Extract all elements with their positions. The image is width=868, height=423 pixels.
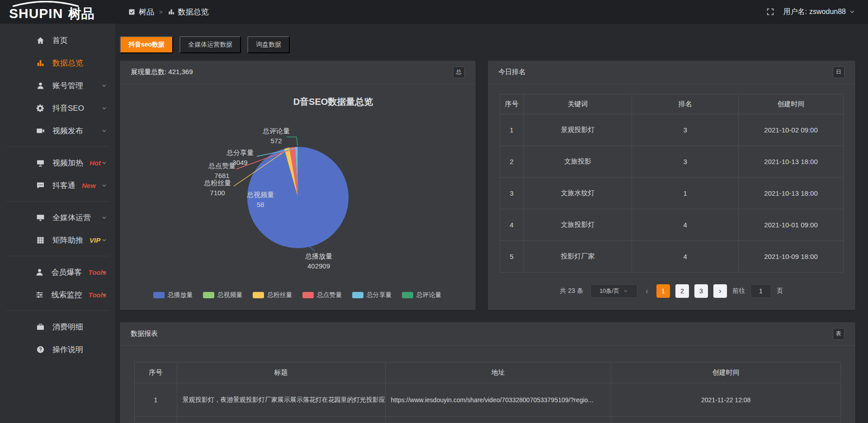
sliders-icon <box>35 291 44 299</box>
chart-title: D音SEO数据量总览 <box>293 97 373 107</box>
legend-item-总粉丝量[interactable]: 总粉丝量 <box>253 291 292 299</box>
legend-item-总评论量[interactable]: 总评论量 <box>402 291 442 299</box>
sidebar-item-consume-detail[interactable]: 消费明细 <box>0 315 115 338</box>
tab-0[interactable]: 抖音seo数据 <box>120 36 173 53</box>
sidebar-item-label: 会员爆客 <box>52 267 82 277</box>
pagination-total: 共 23 条 <box>560 287 583 295</box>
tab-2[interactable]: 询盘数据 <box>247 36 290 53</box>
home-icon <box>35 36 45 45</box>
breadcrumb-separator: > <box>159 9 163 15</box>
overview-total-badge[interactable]: 总 <box>453 66 465 78</box>
sidebar-item-media-operation[interactable]: 全媒体运营 <box>0 206 115 229</box>
pie-label: 总点赞量 <box>208 162 236 169</box>
legend-swatch <box>402 292 413 298</box>
pie-label-line <box>287 137 297 146</box>
sidebar-item-badge: New <box>82 182 96 189</box>
breadcrumb-item-root[interactable]: 树品 <box>128 7 154 17</box>
sidebar-menu: 首页数据总览账号管理抖音SEO视频发布视频加热Hot抖客通New全媒体运营矩阵助… <box>0 29 115 361</box>
goto-label: 前往 <box>732 287 745 295</box>
sidebar-item-video-publish[interactable]: 视频发布 <box>0 119 115 142</box>
page-button-3[interactable]: 3 <box>694 284 708 298</box>
sidebar-item-label: 抖客通 <box>52 180 75 191</box>
sidebar-item-label: 视频加热 <box>52 158 83 168</box>
legend-item-总播放量[interactable]: 总播放量 <box>153 291 193 299</box>
legend-swatch <box>352 292 363 298</box>
table-cell: 文旅投影 <box>524 146 632 178</box>
ranking-title: 今日排名 <box>499 68 526 76</box>
table-row-partial <box>135 417 841 423</box>
chevron-down-icon <box>101 237 107 243</box>
logo[interactable]: SHUPIN 树品 <box>9 0 113 23</box>
legend-swatch <box>153 292 165 298</box>
legend-swatch <box>302 292 314 298</box>
column-header: 排名 <box>632 94 739 114</box>
ranking-table: 序号关键词排名创建时间 1景观投影灯32021-10-02 09:002文旅投影… <box>500 94 844 273</box>
table-cell-title: 景观投影灯，夜游景观投影灯厂家展示展示落花灯在花园里的灯光投影应用效果 # <box>177 383 385 417</box>
table-cell-link[interactable]: https://www.iesdouyin.com/share/video/70… <box>385 383 611 417</box>
pie-label: 总播放量 <box>305 252 332 260</box>
app-icon <box>128 8 136 16</box>
table-cell: 3 <box>500 178 524 209</box>
table-cell: 3 <box>632 114 739 146</box>
sidebar-item-member-burst[interactable]: 会员爆客Tools <box>0 261 115 283</box>
sidebar-divider <box>6 256 109 256</box>
pie-label: 7681 <box>214 172 229 179</box>
table-cell: 1 <box>632 178 739 209</box>
table-cell: 4 <box>632 241 739 273</box>
legend-item-总点赞量[interactable]: 总点赞量 <box>302 291 342 299</box>
fullscreen-icon[interactable] <box>766 8 774 16</box>
legend-label: 总播放量 <box>168 291 193 299</box>
tab-1[interactable]: 全媒体运营数据 <box>179 36 241 53</box>
legend-item-总分享量[interactable]: 总分享量 <box>352 291 392 299</box>
sidebar-item-matrix-boost[interactable]: 矩阵助推VIP <box>0 229 115 251</box>
column-header: 标题 <box>177 362 385 383</box>
breadcrumb-label: 数据总览 <box>178 7 209 17</box>
sidebar-item-operation-guide[interactable]: ?操作说明 <box>0 338 115 361</box>
pie-label: 572 <box>270 137 282 145</box>
page-size-value: 10条/页 <box>599 287 619 295</box>
page-button-1[interactable]: 1 <box>656 284 670 298</box>
next-page-button[interactable]: › <box>713 284 727 298</box>
sidebar-item-douketong[interactable]: 抖客通New <box>0 174 115 197</box>
sidebar-item-account-manage[interactable]: 账号管理 <box>0 74 115 97</box>
sidebar-divider <box>6 201 109 202</box>
tv-icon <box>35 159 45 167</box>
legend-label: 总评论量 <box>416 291 442 299</box>
table-cell: 1 <box>500 114 524 146</box>
pie-label: 58 <box>257 201 264 208</box>
sidebar-item-douyin-seo[interactable]: 抖音SEO <box>0 97 115 119</box>
table-cell: 文旅投影灯 <box>524 209 632 241</box>
column-header: 序号 <box>500 94 524 114</box>
user-menu[interactable]: 用户名: zswodun88 <box>783 7 855 17</box>
sidebar-item-label: 视频发布 <box>52 126 83 136</box>
breadcrumb-item-current[interactable]: 数据总览 <box>168 7 209 17</box>
chart-icon <box>168 8 175 15</box>
legend-item-总视频量[interactable]: 总视频量 <box>203 291 243 299</box>
page-button-2[interactable]: 2 <box>675 284 689 298</box>
sidebar-item-label: 操作说明 <box>52 344 83 355</box>
sidebar-item-video-heat[interactable]: 视频加热Hot <box>0 151 115 174</box>
sidebar-item-lead-monitor[interactable]: 线索监控Tools <box>0 283 115 306</box>
table-row: 4文旅投影灯42021-10-01 09:00 <box>500 209 843 241</box>
username: zswodun88 <box>809 8 846 16</box>
page-size-select[interactable]: 10条/页 <box>590 284 637 298</box>
gear-icon <box>35 104 45 113</box>
sidebar-item-data-overview[interactable]: 数据总览 <box>0 52 115 74</box>
chat-icon <box>35 181 45 190</box>
goto-page-input[interactable] <box>750 284 771 298</box>
chevron-down-icon <box>101 128 107 134</box>
ranking-day-badge[interactable]: 日 <box>833 66 844 78</box>
chevron-down-icon <box>101 292 107 298</box>
table-row: 1景观投影灯32021-10-02 09:00 <box>500 114 843 146</box>
legend-label: 总粉丝量 <box>267 291 292 299</box>
legend-swatch <box>253 292 264 298</box>
prev-page-button[interactable]: ‹ <box>643 287 651 296</box>
report-table-badge[interactable]: 表 <box>833 328 844 340</box>
column-header: 创建时间 <box>611 362 841 383</box>
table-row: 2文旅投影32021-10-13 18:00 <box>500 146 843 178</box>
breadcrumb: 树品 > 数据总览 <box>128 0 209 24</box>
report-table: 序号标题地址创建时间 1景观投影灯，夜游景观投影灯厂家展示展示落花灯在花园里的灯… <box>134 362 841 423</box>
sidebar-item-home[interactable]: 首页 <box>0 29 115 52</box>
overview-panel: 展现量总数: 421,369 总 D音SEO数据量总览总播放量402909总视频… <box>120 61 476 310</box>
pie-label: 总分享量 <box>226 149 254 156</box>
